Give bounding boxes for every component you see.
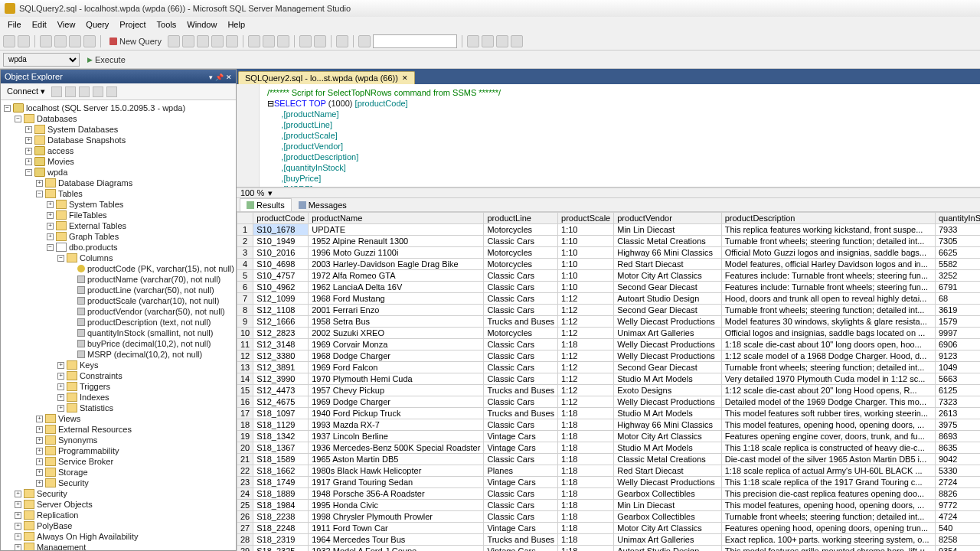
table-row[interactable]: 10S12_28232002 Suzuki XREOMotorcycles1:1…	[237, 328, 980, 339]
cell[interactable]: Unimax Art Galleries	[614, 328, 721, 339]
table-row[interactable]: 28S18_23191964 Mercedes Tour BusTrucks a…	[237, 534, 980, 546]
cell[interactable]: 18	[237, 419, 253, 431]
cell[interactable]: Studio M Art Models	[614, 373, 721, 385]
folder-icon[interactable]	[40, 35, 52, 47]
cell[interactable]: 1972 Alfa Romeo GTA	[309, 270, 484, 282]
cell[interactable]: 7	[237, 293, 253, 305]
redo-icon[interactable]	[314, 35, 326, 47]
cell[interactable]: 1:18	[558, 465, 614, 477]
pin-icon[interactable]: ▾	[209, 73, 213, 81]
cell[interactable]: Classic Cars	[484, 362, 558, 373]
table-row[interactable]: 11S12_31481969 Corvair MonzaClassic Cars…	[237, 339, 980, 350]
cell[interactable]: Second Gear Diecast	[614, 362, 721, 373]
cell[interactable]: 5330	[935, 465, 980, 477]
db4-icon[interactable]	[211, 35, 224, 47]
cell[interactable]: Highway 66 Mini Classics	[614, 247, 721, 259]
column-item[interactable]: productDescription (text, not null)	[68, 317, 234, 328]
copy-icon[interactable]	[263, 35, 275, 47]
cell[interactable]: 2003 Harley-Davidson Eagle Drag Bike	[309, 259, 484, 270]
cell[interactable]: Motor City Art Classics	[614, 270, 721, 282]
box-icon[interactable]	[336, 35, 348, 47]
cell[interactable]: 9	[237, 316, 253, 328]
col-header[interactable]: productVendor	[614, 213, 721, 224]
col-header[interactable]: productCode	[253, 213, 309, 224]
cell[interactable]: 25	[237, 500, 253, 511]
cell[interactable]: S12_2823	[253, 328, 309, 339]
cell[interactable]: Unimax Art Galleries	[614, 534, 721, 546]
cell[interactable]: 2	[237, 236, 253, 247]
cell[interactable]: 21	[237, 454, 253, 465]
cell[interactable]: Vintage Cars	[484, 523, 558, 534]
database-selector[interactable]: wpda	[3, 53, 80, 67]
cell[interactable]: 6625	[935, 247, 980, 259]
cell[interactable]: Motorcycles	[484, 259, 558, 270]
table-row[interactable]: 18S18_11291993 Mazda RX-7Classic Cars1:1…	[237, 419, 980, 431]
cell[interactable]: 9354	[935, 546, 980, 552]
cell[interactable]: 9997	[935, 328, 980, 339]
cell[interactable]: 1:10	[558, 259, 614, 270]
table-row[interactable]: 15S12_44731957 Chevy PickupTrucks and Bu…	[237, 385, 980, 396]
table-row[interactable]: 14S12_39901970 Plymouth Hemi CudaClassic…	[237, 373, 980, 385]
db-icon[interactable]	[168, 35, 180, 47]
cell[interactable]: 1:10	[558, 247, 614, 259]
column-item[interactable]: productName (varchar(70), not null)	[68, 274, 234, 285]
cell[interactable]: 1937 Lincoln Berline	[309, 431, 484, 442]
cell[interactable]: 12	[237, 350, 253, 362]
refresh-icon[interactable]	[93, 86, 103, 97]
cell[interactable]: Classic Cars	[484, 500, 558, 511]
cell[interactable]: 7933	[935, 224, 980, 236]
cell[interactable]: 8826	[935, 488, 980, 500]
table-row[interactable]: 29S18_23251932 Model A Ford J-CoupeVinta…	[237, 546, 980, 552]
cell[interactable]: S18_1749	[253, 477, 309, 488]
cell[interactable]: 3252	[935, 270, 980, 282]
tool-c-icon[interactable]	[496, 35, 508, 47]
cell[interactable]: 1:18	[558, 488, 614, 500]
cell[interactable]: 1:18	[558, 477, 614, 488]
cell[interactable]: 1:18	[558, 511, 614, 523]
cell[interactable]: 1940 Ford Pickup Truck	[309, 408, 484, 419]
menu-view[interactable]: View	[53, 18, 80, 31]
table-row[interactable]: 5S10_47571972 Alfa Romeo GTAClassic Cars…	[237, 270, 980, 282]
cell[interactable]: 1969 Dodge Charger	[309, 396, 484, 408]
cell[interactable]: Highway 66 Mini Classics	[614, 419, 721, 431]
cell[interactable]: Min Lin Diecast	[614, 500, 721, 511]
table-row[interactable]: 27S18_22481911 Ford Town CarVintage Cars…	[237, 523, 980, 534]
table-row[interactable]: 25S18_19841995 Honda CivicClassic Cars1:…	[237, 500, 980, 511]
cell[interactable]: Welly Diecast Productions	[614, 350, 721, 362]
cell[interactable]: 1:18	[558, 500, 614, 511]
column-item[interactable]: productCode (PK, varchar(15), not null)	[68, 263, 234, 274]
results-grid[interactable]: productCodeproductNameproductLineproduct…	[237, 212, 980, 551]
execute-button[interactable]: Execute	[82, 53, 131, 67]
cell[interactable]: 20	[237, 442, 253, 454]
tab-messages[interactable]: Messages	[292, 198, 354, 211]
db5-icon[interactable]	[226, 35, 238, 47]
menu-project[interactable]: Project	[115, 18, 150, 31]
table-row[interactable]: 9S12_16661958 Setra BusTrucks and Buses1…	[237, 316, 980, 328]
cell[interactable]: S10_4962	[253, 282, 309, 293]
disconnect-icon[interactable]	[51, 86, 62, 97]
find-icon[interactable]	[358, 35, 371, 47]
cell[interactable]: 1995 Honda Civic	[309, 500, 484, 511]
table-row[interactable]: 4S10_46982003 Harley-Davidson Eagle Drag…	[237, 259, 980, 270]
cell[interactable]: S12_3990	[253, 373, 309, 385]
cell[interactable]: S18_1662	[253, 465, 309, 477]
cell[interactable]: 3	[237, 247, 253, 259]
cell[interactable]: Trucks and Buses	[484, 534, 558, 546]
cell[interactable]: 1:18	[558, 339, 614, 350]
cell[interactable]: 1:10	[558, 224, 614, 236]
cell[interactable]: Welly Diecast Productions	[614, 316, 721, 328]
table-row[interactable]: 3S10_20161996 Moto Guzzi 1100iMotorcycle…	[237, 247, 980, 259]
cell[interactable]: Welly Diecast Productions	[614, 477, 721, 488]
cell[interactable]: 8	[237, 305, 253, 316]
cell[interactable]: Welly Diecast Productions	[614, 396, 721, 408]
cell[interactable]: 1:10	[558, 236, 614, 247]
cell[interactable]: 1:10	[558, 282, 614, 293]
tool-d-icon[interactable]	[511, 35, 523, 47]
cell[interactable]: S10_1949	[253, 236, 309, 247]
cell[interactable]: Classic Cars	[484, 305, 558, 316]
cell[interactable]: 1:18	[558, 442, 614, 454]
cell[interactable]: Second Gear Diecast	[614, 282, 721, 293]
cell[interactable]: Second Gear Diecast	[614, 305, 721, 316]
cell[interactable]: S12_1099	[253, 293, 309, 305]
cell[interactable]: 22	[237, 465, 253, 477]
